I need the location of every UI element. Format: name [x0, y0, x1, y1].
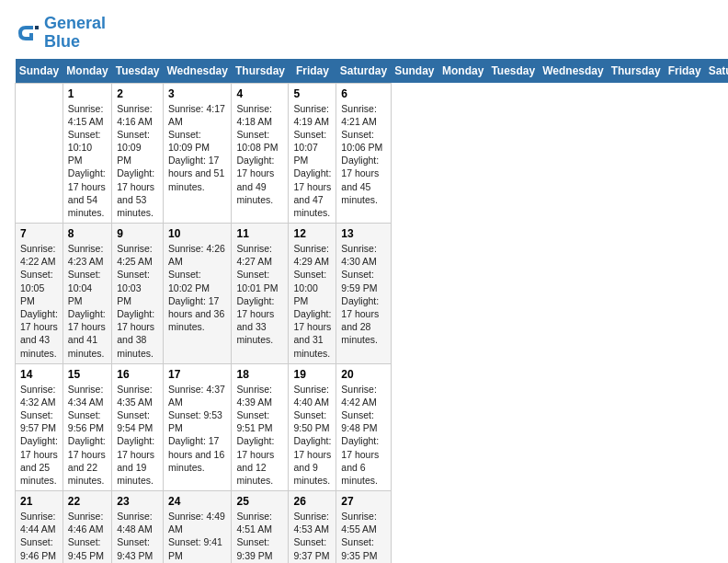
date-number: 1 [68, 87, 107, 100]
date-number: 22 [68, 495, 107, 508]
calendar-cell: 27Sunrise: 4:55 AMSunset: 9:35 PMDayligh… [336, 491, 391, 563]
day-header-sunday: Sunday [16, 59, 63, 84]
calendar-cell: 21Sunrise: 4:44 AMSunset: 9:46 PMDayligh… [16, 491, 63, 563]
cell-info: Sunrise: 4:22 AMSunset: 10:05 PMDaylight… [20, 242, 58, 360]
calendar-cell: 25Sunrise: 4:51 AMSunset: 9:39 PMDayligh… [232, 491, 289, 563]
calendar-cell: 24Sunrise: 4:49 AMSunset: 9:41 PMDayligh… [164, 491, 232, 563]
date-number: 4 [236, 87, 283, 100]
cell-info: Sunrise: 4:40 AMSunset: 9:50 PMDaylight:… [293, 383, 331, 487]
day-header-tuesday: Tuesday [112, 59, 164, 84]
calendar-cell: 26Sunrise: 4:53 AMSunset: 9:37 PMDayligh… [289, 491, 336, 563]
calendar-cell: 11Sunrise: 4:27 AMSunset: 10:01 PMDaylig… [232, 224, 289, 364]
calendar-cell: 4Sunrise: 4:18 AMSunset: 10:08 PMDayligh… [232, 83, 289, 224]
date-number: 25 [236, 495, 283, 508]
date-number: 7 [20, 227, 58, 240]
cell-info: Sunrise: 4:37 AMSunset: 9:53 PMDaylight:… [168, 383, 226, 474]
calendar-cell: 22Sunrise: 4:46 AMSunset: 9:45 PMDayligh… [63, 491, 111, 563]
cell-info: Sunrise: 4:35 AMSunset: 9:54 PMDaylight:… [117, 383, 158, 487]
calendar-cell: 14Sunrise: 4:32 AMSunset: 9:57 PMDayligh… [16, 363, 63, 490]
calendar-cell: 5Sunrise: 4:19 AMSunset: 10:07 PMDayligh… [289, 83, 336, 224]
calendar-cell: 18Sunrise: 4:39 AMSunset: 9:51 PMDayligh… [232, 363, 289, 490]
cell-info: Sunrise: 4:26 AMSunset: 10:02 PMDaylight… [168, 242, 226, 333]
calendar-cell: 16Sunrise: 4:35 AMSunset: 9:54 PMDayligh… [112, 363, 164, 490]
cell-info: Sunrise: 4:34 AMSunset: 9:56 PMDaylight:… [68, 383, 107, 487]
header-row: SundayMondayTuesdayWednesdayThursdayFrid… [16, 59, 729, 84]
day-header-thursday: Thursday [608, 59, 665, 84]
date-number: 13 [341, 227, 385, 240]
date-number: 6 [341, 87, 385, 100]
cell-info: Sunrise: 4:27 AMSunset: 10:01 PMDaylight… [236, 242, 283, 346]
cell-info: Sunrise: 4:17 AMSunset: 10:09 PMDaylight… [168, 102, 226, 193]
date-number: 19 [293, 368, 331, 381]
cell-info: Sunrise: 4:29 AMSunset: 10:00 PMDaylight… [293, 242, 331, 360]
day-header-monday: Monday [438, 59, 487, 84]
date-number: 27 [341, 495, 385, 508]
logo-text: General Blue [44, 15, 106, 52]
calendar-cell: 17Sunrise: 4:37 AMSunset: 9:53 PMDayligh… [164, 363, 232, 490]
cell-info: Sunrise: 4:49 AMSunset: 9:41 PMDaylight:… [168, 510, 226, 563]
cell-info: Sunrise: 4:55 AMSunset: 9:35 PMDaylight:… [341, 510, 385, 563]
date-number: 21 [20, 495, 58, 508]
calendar-cell: 15Sunrise: 4:34 AMSunset: 9:56 PMDayligh… [63, 363, 111, 490]
day-header-wednesday: Wednesday [539, 59, 607, 84]
calendar-cell: 12Sunrise: 4:29 AMSunset: 10:00 PMDaylig… [289, 224, 336, 364]
date-number: 8 [68, 227, 107, 240]
date-number: 20 [341, 368, 385, 381]
calendar-week-4: 21Sunrise: 4:44 AMSunset: 9:46 PMDayligh… [16, 491, 729, 563]
cell-info: Sunrise: 4:15 AMSunset: 10:10 PMDaylight… [68, 102, 107, 220]
date-number: 26 [293, 495, 331, 508]
cell-info: Sunrise: 4:16 AMSunset: 10:09 PMDaylight… [117, 102, 158, 220]
calendar-cell: 20Sunrise: 4:42 AMSunset: 9:48 PMDayligh… [336, 363, 391, 490]
cell-info: Sunrise: 4:23 AMSunset: 10:04 PMDaylight… [68, 242, 107, 360]
date-number: 24 [168, 495, 226, 508]
cell-info: Sunrise: 4:46 AMSunset: 9:45 PMDaylight:… [68, 510, 107, 563]
cell-info: Sunrise: 4:19 AMSunset: 10:07 PMDaylight… [293, 102, 331, 220]
date-number: 9 [117, 227, 158, 240]
calendar-cell: 10Sunrise: 4:26 AMSunset: 10:02 PMDaylig… [164, 224, 232, 364]
day-header-thursday: Thursday [232, 59, 289, 84]
date-number: 18 [236, 368, 283, 381]
date-number: 10 [168, 227, 226, 240]
logo: General Blue [15, 15, 106, 52]
cell-info: Sunrise: 4:53 AMSunset: 9:37 PMDaylight:… [293, 510, 331, 563]
cell-info: Sunrise: 4:30 AMSunset: 9:59 PMDaylight:… [341, 242, 385, 346]
date-number: 16 [117, 368, 158, 381]
logo-icon [15, 20, 40, 46]
calendar-cell: 19Sunrise: 4:40 AMSunset: 9:50 PMDayligh… [289, 363, 336, 490]
date-number: 14 [20, 368, 58, 381]
cell-info: Sunrise: 4:25 AMSunset: 10:03 PMDaylight… [117, 242, 158, 360]
calendar-cell [16, 83, 63, 224]
calendar-week-1: 1Sunrise: 4:15 AMSunset: 10:10 PMDayligh… [16, 83, 729, 224]
calendar-week-3: 14Sunrise: 4:32 AMSunset: 9:57 PMDayligh… [16, 363, 729, 490]
calendar-table: SundayMondayTuesdayWednesdayThursdayFrid… [15, 59, 728, 563]
day-header-friday: Friday [289, 59, 336, 84]
day-header-saturday: Saturday [705, 59, 728, 84]
date-number: 12 [293, 227, 331, 240]
day-header-sunday: Sunday [391, 59, 438, 84]
day-header-saturday: Saturday [336, 59, 391, 84]
cell-info: Sunrise: 4:51 AMSunset: 9:39 PMDaylight:… [236, 510, 283, 563]
date-number: 17 [168, 368, 226, 381]
calendar-cell: 2Sunrise: 4:16 AMSunset: 10:09 PMDayligh… [112, 83, 164, 224]
date-number: 11 [236, 227, 283, 240]
cell-info: Sunrise: 4:44 AMSunset: 9:46 PMDaylight:… [20, 510, 58, 563]
page-header: General Blue [15, 15, 713, 52]
day-header-monday: Monday [63, 59, 111, 84]
calendar-cell: 3Sunrise: 4:17 AMSunset: 10:09 PMDayligh… [164, 83, 232, 224]
day-header-friday: Friday [665, 59, 705, 84]
date-number: 2 [117, 87, 158, 100]
calendar-cell: 9Sunrise: 4:25 AMSunset: 10:03 PMDayligh… [112, 224, 164, 364]
date-number: 23 [117, 495, 158, 508]
calendar-week-2: 7Sunrise: 4:22 AMSunset: 10:05 PMDayligh… [16, 224, 729, 364]
calendar-cell: 1Sunrise: 4:15 AMSunset: 10:10 PMDayligh… [63, 83, 111, 224]
day-header-wednesday: Wednesday [164, 59, 232, 84]
date-number: 3 [168, 87, 226, 100]
calendar-cell: 13Sunrise: 4:30 AMSunset: 9:59 PMDayligh… [336, 224, 391, 364]
day-header-tuesday: Tuesday [487, 59, 539, 84]
calendar-cell: 23Sunrise: 4:48 AMSunset: 9:43 PMDayligh… [112, 491, 164, 563]
cell-info: Sunrise: 4:32 AMSunset: 9:57 PMDaylight:… [20, 383, 58, 487]
calendar-cell: 6Sunrise: 4:21 AMSunset: 10:06 PMDayligh… [336, 83, 391, 224]
calendar-cell: 8Sunrise: 4:23 AMSunset: 10:04 PMDayligh… [63, 224, 111, 364]
cell-info: Sunrise: 4:21 AMSunset: 10:06 PMDaylight… [341, 102, 385, 206]
calendar-cell: 7Sunrise: 4:22 AMSunset: 10:05 PMDayligh… [16, 224, 63, 364]
